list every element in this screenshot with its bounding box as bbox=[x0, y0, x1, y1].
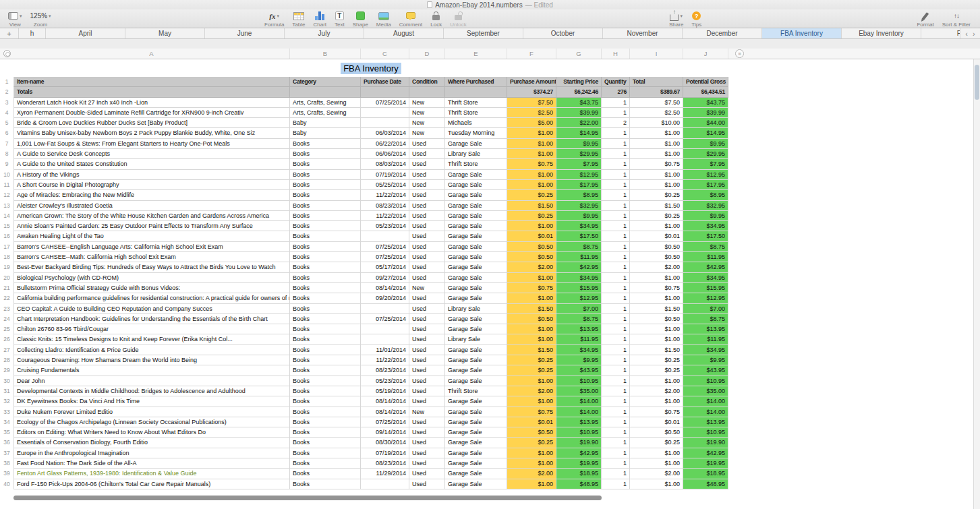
cell[interactable]: 1 bbox=[602, 108, 630, 118]
cell[interactable]: $0.50 bbox=[630, 314, 683, 324]
cell[interactable]: Garage Sale bbox=[445, 231, 507, 241]
cell[interactable] bbox=[361, 231, 409, 241]
cell[interactable]: Arts, Crafts, Sewing bbox=[290, 108, 361, 118]
cell[interactable]: Developmental Contexts in Middle Childho… bbox=[13, 386, 290, 396]
cell[interactable]: Used bbox=[409, 293, 445, 303]
cell[interactable]: 1 bbox=[602, 376, 630, 386]
cell[interactable]: $14.00 bbox=[556, 407, 602, 417]
cell[interactable]: 08/23/2014 bbox=[361, 365, 409, 376]
cell[interactable]: $374.27 bbox=[507, 87, 556, 97]
cell[interactable]: $0.01 bbox=[630, 231, 683, 241]
cell[interactable]: $2.00 bbox=[630, 469, 683, 479]
cell[interactable]: Books bbox=[290, 211, 361, 221]
cell[interactable]: $0.01 bbox=[630, 417, 683, 427]
table-handle-icon[interactable]: ≡ bbox=[735, 49, 744, 58]
table-button[interactable]: Table bbox=[292, 11, 305, 28]
cell[interactable]: $0.25 bbox=[507, 211, 556, 221]
row-number[interactable]: 4 bbox=[0, 108, 13, 118]
cell[interactable]: Used bbox=[409, 180, 445, 190]
cell[interactable]: 1 bbox=[602, 139, 630, 149]
row-number[interactable]: 5 bbox=[0, 118, 13, 128]
column-header-I[interactable]: I bbox=[630, 49, 683, 59]
cell[interactable]: Garage Sale bbox=[445, 252, 507, 262]
cell[interactable]: $0.25 bbox=[630, 365, 683, 376]
cell[interactable]: 07/25/2014 bbox=[361, 98, 409, 108]
row-number[interactable]: 12 bbox=[0, 190, 13, 200]
cell[interactable]: Used bbox=[409, 149, 445, 159]
cell[interactable]: $10.00 bbox=[630, 118, 683, 128]
cell[interactable]: 1 bbox=[602, 417, 630, 427]
cell[interactable]: CEO Capital: A Guide to Building CEO Rep… bbox=[13, 304, 290, 314]
column-header-F[interactable]: F bbox=[507, 49, 556, 59]
shape-button[interactable]: Shape bbox=[353, 11, 368, 28]
cell[interactable]: 07/25/2014 bbox=[361, 252, 409, 262]
cell[interactable]: $0.25 bbox=[507, 438, 556, 448]
cell[interactable]: $14.00 bbox=[683, 407, 728, 417]
cell[interactable] bbox=[445, 87, 507, 97]
cell[interactable]: Age of Miracles: Embracing the New Midli… bbox=[13, 190, 290, 200]
cell[interactable]: Garage Sale bbox=[445, 345, 507, 355]
view-button[interactable]: ▾ View bbox=[8, 11, 22, 28]
cell[interactable]: $0.25 bbox=[630, 438, 683, 448]
cell[interactable]: $1.50 bbox=[507, 345, 556, 355]
cell[interactable]: 11/22/2014 bbox=[361, 211, 409, 221]
cell[interactable]: Quantity bbox=[602, 77, 630, 87]
cell[interactable]: Used bbox=[409, 479, 445, 489]
cell[interactable]: $11.95 bbox=[556, 252, 602, 262]
sheet-tab-july[interactable]: July bbox=[285, 28, 364, 38]
cell[interactable]: Used bbox=[409, 211, 445, 221]
cell[interactable]: 1 bbox=[602, 211, 630, 221]
horizontal-scrollbar-thumb[interactable] bbox=[13, 496, 602, 500]
cell[interactable]: A Guide to the United States Constitutio… bbox=[13, 159, 290, 169]
row-number[interactable]: 29 bbox=[0, 365, 13, 376]
row-number[interactable]: 10 bbox=[0, 170, 13, 180]
cell[interactable]: Garage Sale bbox=[445, 396, 507, 407]
cell[interactable]: California building performance guidelin… bbox=[13, 293, 290, 303]
cell[interactable]: Books bbox=[290, 159, 361, 169]
row-number[interactable]: 32 bbox=[0, 396, 13, 407]
cell[interactable]: $0.25 bbox=[630, 211, 683, 221]
cell[interactable]: Collecting Lladro: Identification & Pric… bbox=[13, 345, 290, 355]
cell[interactable]: $14.95 bbox=[556, 128, 602, 138]
cell[interactable]: $19.90 bbox=[683, 438, 728, 448]
cell[interactable]: 11/22/2014 bbox=[361, 355, 409, 365]
cell[interactable] bbox=[409, 87, 445, 97]
cell[interactable]: 1 bbox=[602, 262, 630, 272]
cell[interactable]: $0.01 bbox=[507, 417, 556, 427]
row-number[interactable]: 6 bbox=[0, 128, 13, 138]
cell[interactable]: Books bbox=[290, 324, 361, 334]
cell[interactable]: $1.00 bbox=[507, 334, 556, 345]
column-header-C[interactable]: C bbox=[361, 49, 409, 59]
row-number[interactable]: 40 bbox=[0, 479, 13, 489]
cell[interactable]: $9.95 bbox=[683, 211, 728, 221]
cell[interactable]: $1.00 bbox=[630, 221, 683, 231]
cell[interactable]: Books bbox=[290, 334, 361, 345]
cell[interactable]: Wonderart Latch Hook Kit 27 Inch x40 Inc… bbox=[13, 98, 290, 108]
cell[interactable]: Garage Sale bbox=[445, 139, 507, 149]
table-select-all-button[interactable] bbox=[3, 50, 11, 57]
cell[interactable]: $15.95 bbox=[556, 283, 602, 293]
cell[interactable]: $17.50 bbox=[556, 231, 602, 241]
cell[interactable]: $2.00 bbox=[507, 386, 556, 396]
cell[interactable]: Thrift Store bbox=[445, 159, 507, 169]
cell[interactable]: Used bbox=[409, 365, 445, 376]
cell[interactable]: Garage Sale bbox=[445, 201, 507, 211]
cell[interactable]: Used bbox=[409, 417, 445, 427]
chart-button[interactable]: Chart bbox=[313, 11, 326, 28]
cell[interactable]: $0.25 bbox=[507, 355, 556, 365]
cell[interactable]: $10.95 bbox=[556, 427, 602, 438]
cell[interactable]: A History of the Vikings bbox=[13, 170, 290, 180]
cell[interactable]: $1.00 bbox=[507, 149, 556, 159]
cell[interactable]: $2.00 bbox=[507, 262, 556, 272]
cell[interactable] bbox=[361, 87, 409, 97]
cell[interactable]: $6,434.51 bbox=[683, 87, 728, 97]
cell[interactable]: $1.50 bbox=[630, 201, 683, 211]
row-number[interactable]: 35 bbox=[0, 427, 13, 438]
cell[interactable]: Category bbox=[290, 77, 361, 87]
row-number[interactable]: 3 bbox=[0, 98, 13, 108]
text-button[interactable]: T Text bbox=[335, 11, 345, 28]
cell[interactable]: Books bbox=[290, 314, 361, 324]
cell[interactable]: Garage Sale bbox=[445, 376, 507, 386]
cell[interactable]: Used bbox=[409, 386, 445, 396]
cell[interactable]: $11.95 bbox=[683, 252, 728, 262]
